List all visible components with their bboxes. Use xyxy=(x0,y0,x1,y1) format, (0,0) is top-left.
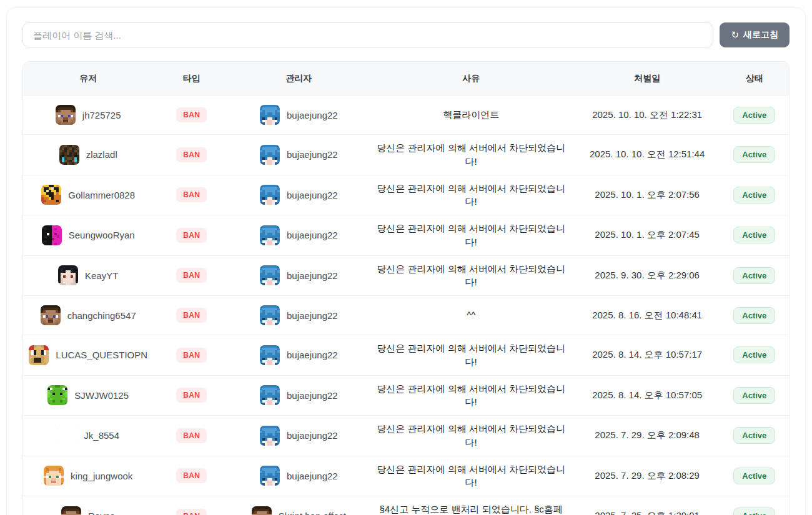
player-name: zlazladl xyxy=(86,149,117,160)
admin-cell: bujaejung22 xyxy=(230,305,368,325)
admin-cell: Skript ban effect xyxy=(230,506,368,515)
toolbar: ↻ 새로고침 xyxy=(22,22,790,47)
admin-name: bujaejung22 xyxy=(287,310,338,321)
ban-type-badge: BAN xyxy=(176,187,207,202)
status-badge: Active xyxy=(733,107,775,124)
admin-name: Skript ban effect xyxy=(279,511,346,515)
search-input[interactable] xyxy=(22,22,713,47)
status-badge: Active xyxy=(733,227,775,243)
table-row: LUCAS_QUESTIOPN BAN bujaejung22 당신은 관리자에… xyxy=(23,335,789,375)
ban-date: 2025. 9. 30. 오후 2:29:06 xyxy=(575,270,720,282)
refresh-button[interactable]: ↻ 새로고침 xyxy=(720,22,790,47)
ban-type-badge: BAN xyxy=(176,228,207,243)
admin-cell: bujaejung22 xyxy=(230,345,368,365)
status-cell: Active xyxy=(720,346,789,363)
column-header-date: 처벌일 xyxy=(575,73,720,84)
ban-reason: 당신은 관리자에 의해 서버에서 차단되었습니다! xyxy=(368,456,575,496)
ban-date: 2025. 7. 29. 오후 2:08:29 xyxy=(575,470,720,482)
admin-avatar xyxy=(260,105,280,125)
player-name: king_jungwook xyxy=(71,471,132,481)
type-cell: BAN xyxy=(153,388,230,403)
ban-type-badge: BAN xyxy=(176,468,207,483)
admin-name: bujaejung22 xyxy=(287,190,338,200)
user-cell: Jk_8554 xyxy=(23,426,153,446)
player-avatar xyxy=(57,426,77,446)
admin-avatar xyxy=(260,426,280,446)
status-cell: Active xyxy=(720,187,789,204)
user-cell: LUCAS_QUESTIOPN xyxy=(23,345,153,365)
ban-date: 2025. 10. 1. 오후 2:07:45 xyxy=(575,229,720,241)
ban-type-badge: BAN xyxy=(176,428,207,443)
refresh-icon: ↻ xyxy=(731,29,739,41)
type-cell: BAN xyxy=(153,107,230,122)
status-cell: Active xyxy=(720,387,789,404)
admin-name: bujaejung22 xyxy=(287,350,338,360)
table-row: changching6547 BAN bujaejung22 ^^ 2025. … xyxy=(23,295,789,335)
ban-reason: 당신은 관리자에 의해 서버에서 차단되었습니다! xyxy=(368,256,575,296)
player-avatar xyxy=(59,145,79,165)
player-avatar xyxy=(41,305,61,325)
player-name: SeungwooRyan xyxy=(69,230,135,240)
player-name: Gollammer0828 xyxy=(68,190,135,200)
ban-reason: 핵클라이언트 xyxy=(368,102,575,128)
status-badge: Active xyxy=(733,307,775,324)
admin-cell: bujaejung22 xyxy=(230,145,368,165)
type-cell: BAN xyxy=(153,428,230,443)
status-cell: Active xyxy=(720,227,789,243)
user-cell: Reyna xyxy=(23,506,153,515)
table-header: 유저 타입 관리자 사유 처벌일 상태 xyxy=(23,62,789,95)
table-row: king_jungwook BAN bujaejung22 당신은 관리자에 의… xyxy=(23,456,789,496)
ban-date: 2025. 10. 10. 오전 12:51:44 xyxy=(575,149,720,160)
status-cell: Active xyxy=(720,427,789,444)
player-avatar xyxy=(41,185,61,205)
admin-cell: bujaejung22 xyxy=(230,185,368,205)
table-row: SeungwooRyan BAN bujaejung22 당신은 관리자에 의해… xyxy=(23,215,789,255)
ban-date: 2025. 8. 16. 오전 10:48:41 xyxy=(575,310,720,321)
column-header-user: 유저 xyxy=(23,73,153,84)
player-avatar xyxy=(47,385,67,405)
user-cell: zlazladl xyxy=(23,145,153,165)
ban-type-badge: BAN xyxy=(176,509,207,515)
ban-date: 2025. 7. 25. 오후 1:39:01 xyxy=(575,510,720,515)
table-body: jh725725 BAN bujaejung22 핵클라이언트 2025. 10… xyxy=(23,95,789,515)
ban-date: 2025. 10. 1. 오후 2:07:56 xyxy=(575,189,720,201)
player-avatar xyxy=(42,225,62,245)
admin-avatar xyxy=(260,185,280,205)
player-name: Jk_8554 xyxy=(84,430,119,441)
user-cell: jh725725 xyxy=(23,105,153,125)
ban-type-badge: BAN xyxy=(176,268,207,283)
admin-cell: bujaejung22 xyxy=(230,105,368,125)
column-header-reason: 사유 xyxy=(368,73,575,84)
player-avatar xyxy=(29,345,49,365)
player-name: Reyna xyxy=(88,511,115,515)
table-row: KeayYT BAN bujaejung22 당신은 관리자에 의해 서버에서 … xyxy=(23,255,789,296)
column-header-type: 타입 xyxy=(153,73,230,84)
player-avatar xyxy=(56,105,76,125)
column-header-admin: 관리자 xyxy=(230,73,368,84)
admin-cell: bujaejung22 xyxy=(230,225,368,245)
type-cell: BAN xyxy=(153,348,230,363)
type-cell: BAN xyxy=(153,147,230,162)
admin-cell: bujaejung22 xyxy=(230,385,368,405)
table-row: jh725725 BAN bujaejung22 핵클라이언트 2025. 10… xyxy=(23,95,789,134)
admin-name: bujaejung22 xyxy=(287,390,338,401)
admin-avatar xyxy=(260,466,280,486)
ban-date: 2025. 8. 14. 오후 10:57:05 xyxy=(575,390,720,401)
status-badge: Active xyxy=(733,146,775,163)
admin-avatar xyxy=(260,225,280,245)
status-badge: Active xyxy=(733,267,775,284)
ban-reason: 당신은 관리자에 의해 서버에서 차단되었습니다! xyxy=(368,175,575,215)
player-name: SJWJW0125 xyxy=(74,390,129,401)
admin-avatar xyxy=(260,385,280,405)
table-row: Reyna BAN Skript ban effect §4신고 누적으로 밴처… xyxy=(23,496,789,515)
player-name: LUCAS_QUESTIOPN xyxy=(56,350,147,360)
ban-reason: 당신은 관리자에 의해 서버에서 차단되었습니다! xyxy=(368,376,575,416)
admin-cell: bujaejung22 xyxy=(230,265,368,285)
ban-reason: 당신은 관리자에 의해 서버에서 차단되었습니다! xyxy=(368,416,575,456)
status-cell: Active xyxy=(720,107,789,124)
status-cell: Active xyxy=(720,146,789,163)
admin-name: bujaejung22 xyxy=(287,230,338,240)
ban-date: 2025. 7. 29. 오후 2:09:48 xyxy=(575,429,720,441)
ban-type-badge: BAN xyxy=(176,308,207,323)
user-cell: KeayYT xyxy=(23,265,153,285)
